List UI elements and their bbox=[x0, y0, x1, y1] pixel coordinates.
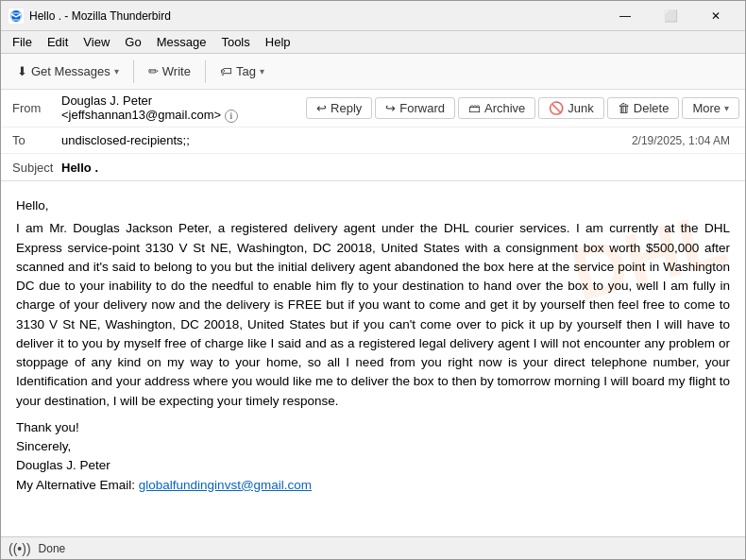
menu-go[interactable]: Go bbox=[117, 33, 148, 51]
email-header: From Douglas J. Peter <jeffshannan13@gma… bbox=[1, 90, 745, 181]
to-value: undisclosed-recipients;; bbox=[61, 133, 632, 147]
subject-value: Hello . bbox=[61, 161, 734, 175]
main-window: Hello . - Mozilla Thunderbird — ⬜ ✕ File… bbox=[0, 0, 746, 560]
subject-row: Subject Hello . bbox=[1, 154, 745, 180]
status-text: Done bbox=[39, 542, 66, 555]
menu-help[interactable]: Help bbox=[258, 33, 298, 51]
junk-button[interactable]: 🚫 Junk bbox=[538, 97, 603, 119]
email-date: 2/19/2025, 1:04 AM bbox=[632, 134, 734, 147]
email-greeting: Hello, bbox=[16, 196, 730, 215]
window-title: Hello . - Mozilla Thunderbird bbox=[29, 9, 603, 23]
from-value: Douglas J. Peter <jeffshannan13@gmail.co… bbox=[61, 93, 293, 123]
forward-icon: ↪ bbox=[385, 101, 396, 115]
more-button[interactable]: More ▾ bbox=[682, 97, 739, 119]
status-bar: ((•)) Done bbox=[1, 536, 745, 559]
toolbar-separator-2 bbox=[205, 60, 206, 83]
subject-label: Subject bbox=[12, 161, 61, 175]
maximize-button[interactable]: ⬜ bbox=[649, 6, 692, 26]
toolbar: ⬇ Get Messages ▾ ✏ Write 🏷 Tag ▾ bbox=[1, 54, 745, 90]
menu-bar: File Edit View Go Message Tools Help bbox=[1, 31, 745, 54]
email-paragraph: I am Mr. Douglas Jackson Peter, a regist… bbox=[16, 219, 730, 411]
delete-button[interactable]: 🗑 Delete bbox=[607, 97, 680, 119]
email-name: Douglas J. Peter bbox=[16, 456, 730, 475]
to-label: To bbox=[12, 133, 61, 147]
app-icon bbox=[8, 8, 24, 24]
window-controls: — ⬜ ✕ bbox=[603, 6, 738, 26]
toolbar-separator-1 bbox=[133, 60, 134, 83]
get-messages-icon: ⬇ bbox=[17, 64, 27, 78]
signal-icon: ((•)) bbox=[8, 541, 31, 556]
to-row: To undisclosed-recipients;; 2/19/2025, 1… bbox=[1, 127, 745, 154]
delete-icon: 🗑 bbox=[618, 101, 630, 115]
alt-email-link[interactable]: globalfundinginvst@gmail.com bbox=[139, 478, 312, 492]
alt-email-label: My Alternative Email: bbox=[16, 478, 139, 492]
write-icon: ✏ bbox=[148, 64, 159, 78]
email-alt-email-row: My Alternative Email: globalfundinginvst… bbox=[16, 476, 730, 495]
from-row: From Douglas J. Peter <jeffshannan13@gma… bbox=[1, 90, 300, 127]
reply-button[interactable]: ↩ Reply bbox=[306, 97, 372, 119]
archive-button[interactable]: 🗃 Archive bbox=[458, 97, 535, 119]
email-body: DHL Hello, I am Mr. Douglas Jackson Pete… bbox=[1, 181, 745, 536]
sender-info-icon[interactable]: ℹ bbox=[225, 110, 238, 123]
get-messages-dropdown-icon[interactable]: ▾ bbox=[114, 66, 119, 76]
email-thanks: Thank you! bbox=[16, 418, 730, 437]
tag-dropdown-icon[interactable]: ▾ bbox=[260, 66, 264, 76]
action-buttons-area: ↩ Reply ↪ Forward 🗃 Archive 🚫 Junk 🗑 bbox=[300, 94, 745, 122]
close-button[interactable]: ✕ bbox=[694, 6, 738, 26]
forward-button[interactable]: ↪ Forward bbox=[375, 97, 455, 119]
from-label: From bbox=[12, 101, 61, 115]
menu-file[interactable]: File bbox=[5, 33, 40, 51]
email-sincerely: Sincerely, bbox=[16, 437, 730, 456]
minimize-button[interactable]: — bbox=[603, 6, 647, 26]
menu-edit[interactable]: Edit bbox=[40, 33, 76, 51]
write-button[interactable]: ✏ Write bbox=[140, 59, 199, 83]
menu-view[interactable]: View bbox=[76, 33, 117, 51]
archive-icon: 🗃 bbox=[468, 101, 481, 115]
tag-icon: 🏷 bbox=[220, 64, 232, 78]
reply-icon: ↩ bbox=[316, 101, 327, 115]
junk-icon: 🚫 bbox=[549, 101, 564, 115]
menu-message[interactable]: Message bbox=[149, 33, 214, 51]
title-bar: Hello . - Mozilla Thunderbird — ⬜ ✕ bbox=[1, 1, 745, 31]
get-messages-button[interactable]: ⬇ Get Messages ▾ bbox=[8, 59, 127, 83]
menu-tools[interactable]: Tools bbox=[213, 33, 257, 51]
more-dropdown-icon: ▾ bbox=[724, 103, 729, 113]
tag-button[interactable]: 🏷 Tag ▾ bbox=[212, 59, 273, 83]
